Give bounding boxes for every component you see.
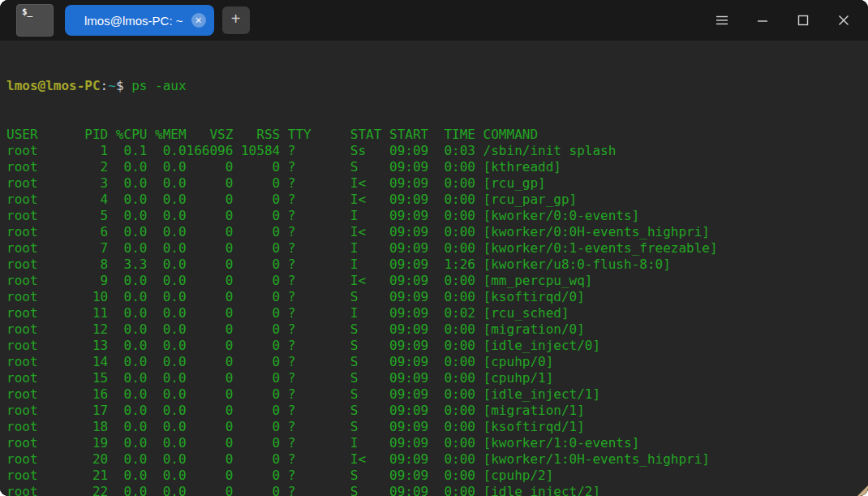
tab-close-icon[interactable]: ✕ [191,13,206,28]
prompt-line: lmos@lmos-PC:~$ ps -aux [6,78,868,94]
prompt-path: ~ [108,78,116,93]
process-row: root 1 0.1 0.0166096 10584 ? Ss 09:09 0:… [6,143,868,159]
tab-label: lmos@lmos-PC: ~ [84,14,183,28]
maximize-button[interactable] [789,6,818,35]
process-row: root 9 0.0 0.0 0 0 ? I< 09:09 0:00 [mm_p… [6,273,868,289]
process-row: root 20 0.0 0.0 0 0 ? I< 09:09 0:00 [kwo… [6,451,868,468]
process-row: root 19 0.0 0.0 0 0 ? I 09:09 0:00 [kwor… [6,435,868,451]
prompt-user-host: lmos@lmos-PC [6,78,101,93]
minimize-button[interactable] [748,6,777,35]
process-row: root 16 0.0 0.0 0 0 ? S 09:09 0:00 [idle… [6,386,868,403]
terminal-content[interactable]: lmos@lmos-PC:~$ ps -aux USER PID %CPU %M… [0,41,868,496]
process-row: root 4 0.0 0.0 0 0 ? I< 09:09 0:00 [rcu_… [6,192,868,208]
process-row: root 2 0.0 0.0 0 0 ? S 09:09 0:00 [kthre… [6,159,868,175]
prompt-colon: : [101,78,109,93]
process-row: root 18 0.0 0.0 0 0 ? S 09:09 0:00 [ksof… [6,419,868,435]
process-row: root 22 0.0 0.0 0 0 ? S 09:09 0:00 [idle… [6,484,868,496]
ps-output: USER PID %CPU %MEM VSZ RSS TTY STAT STAR… [6,127,868,496]
prompt-command: ps -aux [131,78,186,93]
process-row: root 12 0.0 0.0 0 0 ? S 09:09 0:00 [migr… [6,321,868,338]
process-row: root 14 0.0 0.0 0 0 ? S 09:09 0:00 [cpuh… [6,354,868,370]
new-tab-button[interactable]: + [222,6,250,34]
process-row: root 7 0.0 0.0 0 0 ? I 09:09 0:00 [kwork… [6,240,868,257]
app-icon-glyph: $_ [22,6,32,17]
process-row: root 21 0.0 0.0 0 0 ? S 09:09 0:00 [cpuh… [6,468,868,484]
titlebar: $_ lmos@lmos-PC: ~ ✕ + [0,0,868,41]
process-row: root 17 0.0 0.0 0 0 ? S 09:09 0:00 [migr… [6,403,868,419]
terminal-window: $_ lmos@lmos-PC: ~ ✕ + lmos@lmos-PC:~$ p… [0,0,868,496]
close-button[interactable] [829,6,858,35]
process-row: root 5 0.0 0.0 0 0 ? I 09:09 0:00 [kwork… [6,208,868,224]
terminal-app-icon: $_ [16,4,54,37]
menu-icon[interactable] [707,6,737,35]
tab-active[interactable]: lmos@lmos-PC: ~ ✕ [65,5,214,36]
ps-header-row: USER PID %CPU %MEM VSZ RSS TTY STAT STAR… [6,127,868,143]
process-row: root 8 3.3 0.0 0 0 ? I 09:09 1:26 [kwork… [6,257,868,273]
process-row: root 3 0.0 0.0 0 0 ? I< 09:09 0:00 [rcu_… [6,175,868,192]
process-row: root 11 0.0 0.0 0 0 ? I 09:09 0:02 [rcu_… [6,305,868,321]
prompt-symbol: $ [116,78,131,93]
process-row: root 10 0.0 0.0 0 0 ? S 09:09 0:00 [ksof… [6,289,868,305]
process-row: root 13 0.0 0.0 0 0 ? S 09:09 0:00 [idle… [6,338,868,354]
process-row: root 6 0.0 0.0 0 0 ? I< 09:09 0:00 [kwor… [6,224,868,240]
process-row: root 15 0.0 0.0 0 0 ? S 09:09 0:00 [cpuh… [6,370,868,386]
